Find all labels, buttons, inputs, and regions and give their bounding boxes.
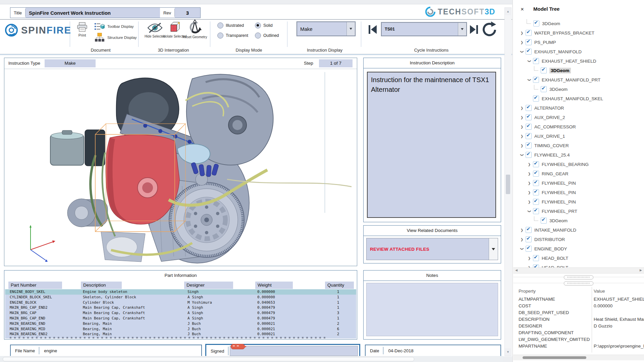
visibility-checkbox-icon[interactable] <box>533 255 539 261</box>
visibility-checkbox-icon[interactable] <box>541 218 547 224</box>
tree-item-3dgeom[interactable]: 3DGeom <box>513 66 644 75</box>
scroll-down-arrow-icon[interactable]: ▼ <box>505 348 511 356</box>
splitter-grip[interactable] <box>564 275 593 280</box>
document-vertical-scrollbar[interactable]: ▲ ▼ <box>504 7 512 356</box>
radio-button-icon[interactable] <box>217 22 223 28</box>
visibility-checkbox-icon[interactable] <box>533 20 539 26</box>
tree-item-label[interactable]: EXHAUST_MANIFOLD_SKEL <box>542 96 603 101</box>
visibility-checkbox-icon[interactable] <box>526 124 532 130</box>
property-row[interactable]: COST0.000000 <box>513 302 644 309</box>
visibility-checkbox-icon[interactable] <box>533 77 539 83</box>
tree-item-label[interactable]: 3DGeom <box>549 87 568 92</box>
property-row[interactable]: MPARTNAMEP:\apps\proe\proengine_M <box>513 343 644 349</box>
tree-item-3dgeom[interactable]: 3DGeom <box>513 19 644 28</box>
chevron-right-icon[interactable] <box>519 144 525 147</box>
visibility-checkbox-icon[interactable] <box>533 208 539 214</box>
tree-item-label[interactable]: FLYWHEEL_25.4 <box>534 153 570 158</box>
tree-item-timing-cover[interactable]: TIMING_COVER <box>513 141 644 150</box>
document-horizontal-scrollbar[interactable] <box>0 356 503 362</box>
tree-item-label[interactable]: DISTRIBUTOR <box>534 237 565 242</box>
part-table-row[interactable]: MAIN_BRG_CAP_END2Main Bearing Cap, Crank… <box>5 305 356 310</box>
chevron-right-icon[interactable] <box>527 191 532 194</box>
instruction-description-text[interactable]: Instruction for the maintnenace of TSX1 … <box>367 72 496 218</box>
visibility-checkbox-icon[interactable] <box>526 105 532 111</box>
tree-item-label[interactable]: FLYWHEEL_BEARING <box>542 162 589 167</box>
part-table-row[interactable]: MAIN_BRG_CAP_ENDMain Bearing Cap, Cranks… <box>5 316 356 321</box>
visibility-checkbox-icon[interactable] <box>533 96 539 102</box>
panel-splitter[interactable] <box>513 275 644 279</box>
part-table-row[interactable]: CYLINDER_BLOCK_SKELSkeleton, Cylinder Bl… <box>5 295 356 300</box>
part-table-row[interactable]: MAIN_BEARING_ENDBearing, MainJ Buch0.000… <box>5 321 356 326</box>
visibility-checkbox-icon[interactable] <box>541 86 547 92</box>
tree-item-label[interactable]: HEAD_BOLT <box>542 256 568 261</box>
tree-item-label[interactable]: FLYWHEEL_PIN <box>542 199 576 204</box>
instruction-display-value[interactable]: Make <box>297 22 346 36</box>
tree-item-label[interactable]: EXHAUST_MANIFOLD_PRT <box>542 77 600 82</box>
tree-item-distributor[interactable]: DISTRIBUTOR <box>513 235 644 244</box>
tree-item-label[interactable]: EXHAUST_HEAT_SHIELD <box>542 59 596 64</box>
tree-item-ac-compressor[interactable]: AC_COMPRESSOR <box>513 122 644 131</box>
instruction-type-value[interactable]: Make <box>45 59 96 67</box>
chevron-down-icon[interactable] <box>527 209 532 213</box>
visibility-checkbox-icon[interactable] <box>533 161 539 167</box>
visibility-checkbox-icon[interactable] <box>526 246 532 252</box>
visibility-checkbox-icon[interactable] <box>526 236 532 242</box>
visibility-checkbox-icon[interactable] <box>533 58 539 64</box>
column-header-designer[interactable]: Designer <box>184 282 233 289</box>
visibility-checkbox-icon[interactable] <box>526 39 532 45</box>
isolate-selected-button[interactable]: Isolate Selected <box>165 20 184 38</box>
part-table-row[interactable]: MAIN_BEARING_END2Bearing, MainJ Buch0.00… <box>5 331 356 337</box>
chevron-down-icon[interactable] <box>527 59 532 63</box>
tree-item-3dgeom[interactable]: 3DGeom <box>513 216 644 225</box>
column-header-quantity[interactable]: Quantity <box>325 282 354 289</box>
chevron-down-icon[interactable] <box>519 50 525 54</box>
display-mode-radio-transparent[interactable]: Transparent <box>217 32 255 40</box>
splitter-grip[interactable] <box>564 281 593 286</box>
cycle-instructions-dropdown-button[interactable] <box>458 23 466 36</box>
vertical-scrollbar-thumb[interactable] <box>506 175 510 194</box>
visibility-checkbox-icon[interactable] <box>526 114 532 120</box>
tree-item-exhaust-heat-shield[interactable]: EXHAUST_HEAT_SHIELD <box>513 56 644 66</box>
tree-horizontal-scrollbar[interactable]: ◀ ▶ <box>513 267 644 274</box>
tree-item-engine-body[interactable]: ENGINE_BODY <box>513 244 644 253</box>
tree-item-flywheel-pin[interactable]: FLYWHEEL_PIN <box>513 178 644 188</box>
tree-item-label[interactable]: FLYWHEEL_PIN <box>542 190 576 195</box>
print-button[interactable]: Print <box>74 22 90 37</box>
scroll-left-arrow-icon[interactable]: ◀ <box>515 268 518 272</box>
column-header-description[interactable]: Description <box>81 282 122 289</box>
tree-item-label[interactable]: FLYWHEEL_PIN <box>542 181 576 186</box>
tree-item-label[interactable]: 3DGeom <box>549 218 568 223</box>
visibility-checkbox-icon[interactable] <box>526 142 532 148</box>
date-value[interactable]: 04-Dec-2018 <box>383 348 413 353</box>
tree-item-aux-drive-2[interactable]: AUX_DRIVE_2 <box>513 113 644 122</box>
tree-item-label[interactable]: AUX_DRIVE_1 <box>534 134 565 139</box>
tree-item-label[interactable]: TIMING_COVER <box>534 143 569 148</box>
chevron-right-icon[interactable] <box>519 116 525 119</box>
visibility-checkbox-icon[interactable] <box>533 189 539 195</box>
file-name-value[interactable]: engine <box>39 348 57 353</box>
tree-item-label[interactable]: PS_PUMP <box>534 40 556 45</box>
chevron-right-icon[interactable] <box>519 31 525 35</box>
tree-item-label[interactable]: AC_COMPRESSOR <box>534 124 576 129</box>
chevron-right-icon[interactable] <box>527 163 532 166</box>
tree-item-label[interactable]: 3DGeom <box>542 21 560 26</box>
tree-item-label[interactable]: WATER_BYPASS_BRACKET <box>534 31 594 36</box>
part-table-row[interactable]: MAIN_BRG_CAPMain Bearing Cap, Crankshaft… <box>5 310 356 316</box>
display-mode-radio-outlined[interactable]: Outlined <box>255 32 287 40</box>
horizontal-scrollbar-thumb[interactable] <box>523 356 586 359</box>
cycle-instructions-value[interactable]: TS01 <box>382 23 458 36</box>
tree-item-flywheel-pin[interactable]: FLYWHEEL_PIN <box>513 197 644 206</box>
close-icon[interactable]: × <box>521 6 524 13</box>
tree-item-head-bolt[interactable]: HEAD_BOLT <box>513 263 644 267</box>
step-value[interactable]: 1 of 7 <box>319 59 353 67</box>
visibility-checkbox-icon[interactable] <box>526 133 532 139</box>
visibility-checkbox-icon[interactable] <box>526 227 532 233</box>
tree-item-alternator[interactable]: ALTERNATOR <box>513 103 644 113</box>
radio-button-icon[interactable] <box>255 22 261 28</box>
property-row[interactable]: DB_SEED_PART_USED <box>513 309 644 316</box>
tree-item-ps-pump[interactable]: PS_PUMP <box>513 38 644 47</box>
tree-item-label[interactable]: 3DGeom <box>549 68 571 73</box>
tree-item-flywheel-25-4[interactable]: FLYWHEEL_25.4 <box>513 150 644 160</box>
panel-splitter[interactable] <box>513 281 644 285</box>
tree-item-label[interactable]: ENGINE_BODY <box>534 246 567 251</box>
